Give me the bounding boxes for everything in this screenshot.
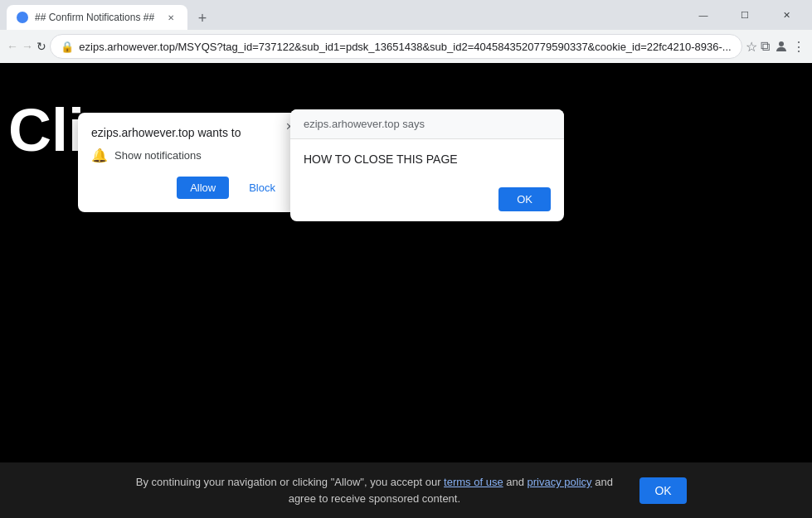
browser-window: ## Confirm Notifications ## ✕ + — ☐ ✕ ← …: [0, 0, 812, 518]
tab-strip: ## Confirm Notifications ## ✕ +: [7, 0, 681, 30]
bookmark-button[interactable]: ☆: [746, 33, 757, 60]
js-dialog-footer: OK: [290, 181, 564, 221]
minimize-button[interactable]: —: [684, 2, 722, 27]
maximize-button[interactable]: ☐: [726, 2, 764, 27]
bottom-text-middle: and: [506, 476, 527, 488]
bottom-bar-text: By continuing your navigation or clickin…: [125, 474, 623, 506]
page-content: Clic you are not a × ezips.arhowever.top…: [0, 63, 812, 518]
privacy-policy-link[interactable]: privacy policy: [528, 476, 592, 488]
close-button[interactable]: ✕: [767, 2, 805, 27]
back-button[interactable]: ←: [7, 33, 18, 60]
profile-button[interactable]: [774, 33, 789, 60]
bell-icon: 🔔: [91, 148, 108, 163]
forward-button[interactable]: →: [22, 33, 33, 60]
svg-point-0: [779, 41, 784, 46]
active-tab[interactable]: ## Confirm Notifications ## ✕: [7, 5, 187, 30]
new-tab-button[interactable]: +: [191, 7, 214, 30]
notification-item-text: Show notifications: [114, 149, 202, 162]
notification-dialog-title: ezips.arhowever.top wants to: [91, 126, 289, 139]
notification-dialog: × ezips.arhowever.top wants to 🔔 Show no…: [78, 113, 302, 212]
js-dialog-body: HOW TO CLOSE THIS PAGE: [290, 139, 564, 181]
reload-button[interactable]: ↻: [36, 33, 46, 60]
block-button[interactable]: Block: [236, 177, 289, 199]
menu-button[interactable]: ⋮: [792, 33, 805, 60]
allow-button[interactable]: Allow: [177, 177, 229, 199]
notification-item: 🔔 Show notifications: [91, 148, 289, 163]
js-ok-button[interactable]: OK: [498, 187, 551, 211]
nav-bar: ← → ↻ 🔒 ezips.arhowever.top/MSYQS?tag_id…: [0, 30, 812, 63]
terms-of-use-link[interactable]: terms of use: [444, 476, 503, 488]
tab-title: ## Confirm Notifications ##: [35, 12, 154, 23]
title-bar: ## Confirm Notifications ## ✕ + — ☐ ✕: [0, 0, 812, 30]
bottom-ok-button[interactable]: OK: [639, 477, 686, 504]
address-bar[interactable]: 🔒 ezips.arhowever.top/MSYQS?tag_id=73712…: [50, 34, 741, 59]
js-dialog-header: ezips.arhowever.top says: [290, 109, 564, 139]
tab-close-button[interactable]: ✕: [164, 11, 177, 24]
window-controls: — ☐ ✕: [684, 2, 805, 27]
bottom-bar: By continuing your navigation or clickin…: [0, 462, 812, 518]
notification-dialog-buttons: Allow Block: [91, 177, 289, 199]
js-alert-dialog: ezips.arhowever.top says HOW TO CLOSE TH…: [290, 109, 564, 221]
extensions-button[interactable]: ⧉: [761, 33, 771, 60]
bottom-text-before: By continuing your navigation or clickin…: [136, 476, 444, 488]
tab-favicon: [17, 12, 28, 23]
address-text: ezips.arhowever.top/MSYQS?tag_id=737122&…: [79, 41, 731, 53]
lock-icon: 🔒: [61, 41, 74, 53]
